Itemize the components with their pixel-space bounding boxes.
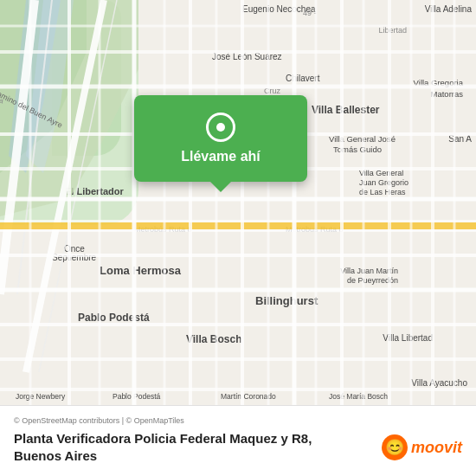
moovit-text: moovit (411, 439, 462, 457)
attribution-text: © OpenStreetMap contributors | © OpenMap… (14, 416, 462, 425)
bottom-bar: © OpenStreetMap contributors | © OpenMap… (0, 405, 476, 476)
place-name-line1: Planta Verificadora Policia Federal Maqu… (14, 431, 312, 446)
popup-pin-inner (216, 123, 225, 132)
map-container: Eugenio Necochea Villa Adelina José León… (0, 0, 476, 476)
popup-pin (206, 113, 235, 142)
svg-rect-10 (0, 229, 476, 232)
place-name-city: Buenos Aires (14, 448, 97, 463)
svg-rect-8 (0, 222, 476, 229)
moovit-logo: moovit (382, 434, 462, 460)
moovit-smiley-icon (382, 434, 408, 460)
popup-label: Llévame ahí (181, 149, 261, 164)
location-popup[interactable]: Llévame ahí (134, 95, 307, 182)
svg-rect-9 (0, 220, 476, 222)
